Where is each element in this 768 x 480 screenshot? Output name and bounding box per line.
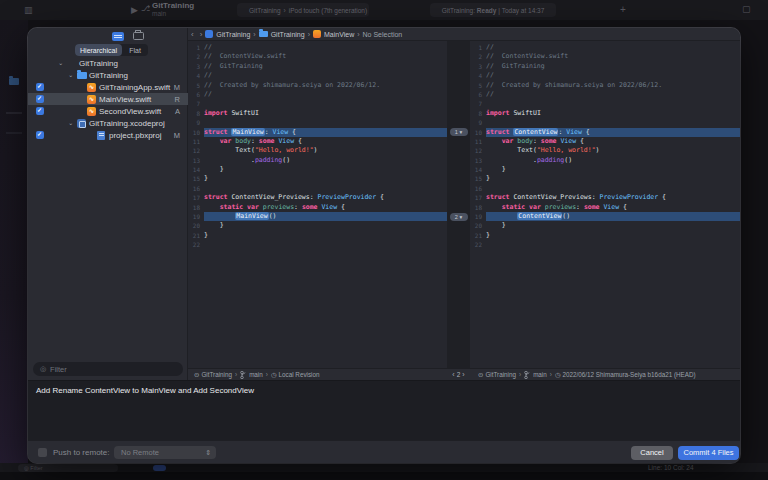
code-line[interactable]: 1// bbox=[188, 43, 447, 52]
line-number: 21 bbox=[470, 231, 486, 240]
change-navigator: ‹ 2 › bbox=[447, 368, 470, 380]
flat-segment[interactable]: Flat bbox=[122, 44, 148, 56]
code-line[interactable]: 9 bbox=[188, 118, 447, 127]
code-pane-current[interactable]: 1//2// ContentView.swift3// GitTraining4… bbox=[188, 41, 447, 368]
code-line[interactable]: 3// GitTraining bbox=[470, 62, 740, 71]
code-line[interactable]: 16 bbox=[188, 184, 447, 193]
code-line[interactable]: 15} bbox=[470, 174, 740, 183]
scheme-selector[interactable]: GitTraining › iPod touch (7th generation… bbox=[237, 3, 369, 17]
code-pane-base[interactable]: 1//2// ContentView.swift3// GitTraining4… bbox=[470, 41, 740, 368]
code-line[interactable]: 4// bbox=[188, 71, 447, 80]
line-number: 17 bbox=[470, 193, 486, 202]
back-icon[interactable]: ‹ bbox=[191, 30, 194, 39]
push-to-remote-checkbox[interactable] bbox=[38, 448, 47, 457]
disclosure-chevron-icon[interactable]: ⌄ bbox=[68, 71, 73, 79]
code-line[interactable]: 14 } bbox=[470, 165, 740, 174]
change-badge-1[interactable]: 1 ▾ bbox=[450, 128, 468, 136]
tree-row-gittraining[interactable]: ⌄GitTraining bbox=[28, 57, 188, 69]
code-line[interactable]: 1// bbox=[470, 43, 740, 52]
commit-tab-icon[interactable] bbox=[112, 32, 124, 41]
tree-row-gittrainingapp-swift[interactable]: ∿GitTrainingApp.swiftM bbox=[28, 81, 188, 93]
line-number: 18 bbox=[470, 203, 486, 212]
code-line[interactable]: 22 bbox=[188, 240, 447, 249]
prev-change-icon[interactable]: ‹ bbox=[452, 371, 454, 378]
code-line[interactable]: 13 .padding() bbox=[470, 156, 740, 165]
line-number: 4 bbox=[188, 71, 204, 80]
line-number: 7 bbox=[470, 99, 486, 108]
remote-popup-button[interactable]: No Remote ⇕ bbox=[114, 446, 216, 459]
code-line[interactable]: 4// bbox=[470, 71, 740, 80]
change-badge-2[interactable]: 2 ▾ bbox=[450, 213, 468, 221]
background-filter-field[interactable]: ◎ Filter bbox=[18, 464, 118, 472]
jumpbar-file[interactable]: MainView bbox=[324, 31, 354, 38]
code-line[interactable]: 8import SwiftUI bbox=[188, 109, 447, 118]
file-checkbox[interactable] bbox=[36, 131, 44, 139]
code-line[interactable]: 17struct ContentView_Previews: PreviewPr… bbox=[470, 193, 740, 202]
tree-row-gittraining[interactable]: ⌄GitTraining bbox=[28, 69, 188, 81]
forward-icon[interactable]: › bbox=[200, 30, 203, 39]
code-line[interactable]: 11 var body: some View { bbox=[470, 137, 740, 146]
code-line[interactable]: 7 bbox=[188, 99, 447, 108]
code-line[interactable]: 7 bbox=[470, 99, 740, 108]
file-tree: ⌄GitTraining⌄GitTraining∿GitTrainingApp.… bbox=[28, 57, 188, 141]
commit-message-text[interactable]: Add Rename ContentView to MainView and A… bbox=[28, 381, 740, 400]
code-line[interactable]: 20 } bbox=[470, 221, 740, 230]
file-checkbox[interactable] bbox=[36, 83, 44, 91]
code-line[interactable]: 17struct ContentView_Previews: PreviewPr… bbox=[188, 193, 447, 202]
code-line[interactable]: 14 } bbox=[188, 165, 447, 174]
folder-icon bbox=[77, 72, 87, 79]
tree-row-mainview-swift[interactable]: ∿MainView.swiftR bbox=[28, 93, 188, 105]
code-line[interactable]: 10struct ContentView: View { bbox=[470, 128, 740, 137]
code-line[interactable]: 19 ContentView() bbox=[470, 212, 740, 221]
code-line[interactable]: 5// Created by shimamura.seiya on 2022/0… bbox=[470, 81, 740, 90]
code-line[interactable]: 13 .padding() bbox=[188, 156, 447, 165]
code-line[interactable]: 18 static var previews: some View { bbox=[188, 203, 447, 212]
stash-tab-icon[interactable] bbox=[133, 32, 144, 40]
code-line[interactable]: 21} bbox=[188, 231, 447, 240]
cancel-button[interactable]: Cancel bbox=[631, 446, 673, 460]
line-number: 22 bbox=[470, 240, 486, 249]
code-line[interactable]: 16 bbox=[470, 184, 740, 193]
file-checkbox[interactable] bbox=[36, 95, 44, 103]
code-line[interactable]: 6// bbox=[470, 90, 740, 99]
repo-icon: ⊙ bbox=[194, 371, 199, 379]
code-line[interactable]: 2// ContentView.swift bbox=[188, 52, 447, 61]
code-line[interactable]: 12 Text("Hello, world!") bbox=[470, 146, 740, 155]
code-line[interactable]: 9 bbox=[470, 118, 740, 127]
line-col-indicator: Line: 10 Col: 24 bbox=[648, 464, 694, 471]
code-line[interactable]: 3// GitTraining bbox=[188, 62, 447, 71]
next-change-icon[interactable]: › bbox=[462, 371, 464, 378]
disclosure-chevron-icon[interactable]: ⌄ bbox=[58, 59, 63, 67]
tree-row-secondview-swift[interactable]: ∿SecondView.swiftA bbox=[28, 105, 188, 117]
jumpbar-group[interactable]: GitTraining bbox=[271, 31, 305, 38]
code-line[interactable]: 12 Text("Hello, world!") bbox=[188, 146, 447, 155]
jumpbar-project[interactable]: GitTraining bbox=[216, 31, 250, 38]
hierarchical-segment[interactable]: Hierarchical bbox=[75, 44, 122, 56]
sidebar-toggle-icon[interactable]: ▥ bbox=[24, 5, 33, 15]
tree-row-gittraining-xcodeproj[interactable]: ⌄GitTraining.xcodeproj bbox=[28, 117, 188, 129]
file-checkbox[interactable] bbox=[36, 107, 44, 115]
code-line[interactable]: 8import SwiftUI bbox=[470, 109, 740, 118]
code-line[interactable]: 6// bbox=[188, 90, 447, 99]
code-line[interactable]: 11 var body: some View { bbox=[188, 137, 447, 146]
code-line[interactable]: 20 } bbox=[188, 221, 447, 230]
scm-status-badge: M bbox=[174, 131, 180, 140]
jumpbar-selection[interactable]: No Selection bbox=[363, 31, 403, 38]
inspector-toggle-icon[interactable]: ▢ bbox=[742, 4, 751, 14]
sidebar-filter-field[interactable]: ◎ Filter bbox=[33, 362, 183, 376]
commit-button[interactable]: Commit 4 Files bbox=[678, 446, 739, 460]
code-line[interactable]: 21} bbox=[470, 231, 740, 240]
add-editor-icon[interactable]: + bbox=[620, 4, 626, 15]
code-line[interactable]: 19 MainView() bbox=[188, 212, 447, 221]
commit-message-area[interactable]: Add Rename ContentView to MainView and A… bbox=[28, 380, 740, 440]
code-line[interactable]: 10struct MainView: View { bbox=[188, 128, 447, 137]
code-line[interactable]: 18 static var previews: some View { bbox=[470, 203, 740, 212]
code-line[interactable]: 2// ContentView.swift bbox=[470, 52, 740, 61]
code-line[interactable]: 22 bbox=[470, 240, 740, 249]
tree-row-project-pbxproj[interactable]: project.pbxprojM bbox=[28, 129, 188, 141]
run-icon[interactable]: ▶ bbox=[131, 5, 138, 15]
line-number: 10 bbox=[188, 128, 204, 137]
code-line[interactable]: 15} bbox=[188, 174, 447, 183]
disclosure-chevron-icon[interactable]: ⌄ bbox=[68, 119, 73, 127]
code-line[interactable]: 5// Created by shimamura.seiya on 2022/0… bbox=[188, 81, 447, 90]
